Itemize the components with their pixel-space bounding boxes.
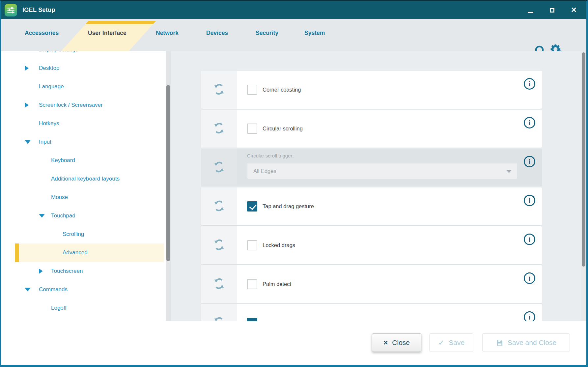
navigation-sidebar: Display settings Desktop Language Screen… xyxy=(1,51,171,321)
sidebar-item-display-settings[interactable]: Display settings xyxy=(15,51,164,59)
tab-security[interactable]: Security xyxy=(256,19,278,47)
sidebar-item-label: Touchpad xyxy=(51,212,75,219)
check-icon: ✓ xyxy=(438,339,444,347)
save-button: ✓ Save xyxy=(429,333,473,352)
sidebar-item-screenlock-screensaver[interactable]: Screenlock / Screensaver xyxy=(15,96,164,114)
sidebar-item-language[interactable]: Language xyxy=(15,77,164,96)
sidebar-item-commands[interactable]: Commands xyxy=(15,280,164,299)
caret-down-icon xyxy=(506,170,512,173)
setting-label: Tap and drag gesture xyxy=(263,203,314,210)
sidebar-item-desktop[interactable]: Desktop xyxy=(15,59,164,77)
tab-label: Devices xyxy=(206,30,228,37)
sidebar-item-label: Touchscreen xyxy=(51,268,83,274)
reset-icon[interactable] xyxy=(213,239,225,252)
reset-strip xyxy=(201,226,237,264)
close-button[interactable]: × Close xyxy=(372,333,421,352)
reset-strip xyxy=(201,187,237,225)
caret-down-icon[interactable] xyxy=(39,214,45,218)
caret-right-icon[interactable] xyxy=(25,66,29,71)
sidebar-item-label: Keyboard xyxy=(51,157,75,164)
setting-row-circular-scrolling: Circular scrolling i xyxy=(201,110,542,148)
save-and-close-button: Save and Close xyxy=(482,333,570,352)
reset-icon[interactable] xyxy=(213,277,225,291)
tab-label: Accessories xyxy=(25,30,59,37)
reset-strip xyxy=(201,71,237,109)
sidebar-scrollbar-thumb[interactable] xyxy=(166,85,170,261)
tab-accessories[interactable]: Accessories xyxy=(25,19,59,47)
sidebar-item-label: Display settings xyxy=(39,51,78,53)
igel-logo-icon xyxy=(5,4,17,16)
setting-checkbox[interactable] xyxy=(247,279,257,289)
reset-icon[interactable] xyxy=(213,161,225,175)
info-icon[interactable]: i xyxy=(524,234,535,245)
sidebar-item-hotkeys[interactable]: Hotkeys xyxy=(15,114,164,133)
tab-label: Security xyxy=(256,30,278,37)
floppy-icon xyxy=(496,339,503,347)
sidebar-item-label: Additional keyboard layouts xyxy=(51,176,120,182)
setting-row-tap-and-drag-gesture: Tap and drag gesture i xyxy=(201,187,542,225)
maximize-button[interactable] xyxy=(548,6,556,15)
sidebar-scrollbar[interactable] xyxy=(166,51,171,321)
info-icon[interactable]: i xyxy=(524,78,535,90)
sidebar-item-label: Scrolling xyxy=(63,231,84,238)
content-scrollbar-thumb[interactable] xyxy=(582,52,585,267)
info-icon[interactable]: i xyxy=(524,156,535,167)
minimize-icon xyxy=(528,12,533,13)
reset-strip xyxy=(201,265,237,303)
sidebar-item-touchpad[interactable]: Touchpad xyxy=(15,207,164,225)
setting-row-corner-coasting: Corner coasting i xyxy=(201,71,542,109)
sidebar-item-mouse[interactable]: Mouse xyxy=(15,188,164,207)
sidebar-item-input[interactable]: Input xyxy=(15,133,164,151)
window-title: IGEL Setup xyxy=(22,7,55,14)
reset-icon[interactable] xyxy=(213,122,225,136)
caret-down-icon[interactable] xyxy=(25,140,31,144)
info-icon[interactable]: i xyxy=(524,272,535,284)
sidebar-item-advanced[interactable]: Advanced xyxy=(15,243,164,262)
setting-row-clipped: i xyxy=(201,304,542,321)
sidebar-item-label: Desktop xyxy=(39,65,59,71)
setting-checkbox[interactable] xyxy=(247,85,257,95)
caret-right-icon[interactable] xyxy=(25,102,29,108)
sidebar-item-label: Language xyxy=(39,83,64,90)
setting-row-circular-scroll-trigger: Circular scroll trigger: All Edges i xyxy=(201,149,542,186)
reset-icon[interactable] xyxy=(213,83,225,97)
sidebar-item-touchscreen[interactable]: Touchscreen xyxy=(15,262,164,280)
close-x-icon: × xyxy=(383,339,388,347)
save-button-label: Save xyxy=(449,339,464,347)
setting-checkbox[interactable] xyxy=(247,318,257,321)
tab-label: Network xyxy=(156,30,179,37)
info-icon[interactable]: i xyxy=(524,117,535,128)
close-window-button[interactable]: × xyxy=(570,6,578,15)
setting-checkbox[interactable] xyxy=(247,124,257,134)
reset-icon[interactable] xyxy=(213,200,225,213)
tab-label: System xyxy=(304,30,325,37)
reset-icon[interactable] xyxy=(213,316,225,322)
sidebar-item-additional-keyboard-layouts[interactable]: Additional keyboard layouts xyxy=(15,170,164,188)
setting-body: Circular scroll trigger: All Edges i xyxy=(237,149,542,186)
tab-user-interface[interactable]: User Interface xyxy=(88,19,126,47)
content-scrollbar[interactable] xyxy=(581,51,586,321)
select-dropdown: All Edges xyxy=(247,163,517,179)
close-button-label: Close xyxy=(392,339,410,347)
sidebar-item-scrolling[interactable]: Scrolling xyxy=(15,225,164,243)
caret-right-icon[interactable] xyxy=(39,268,43,274)
reset-strip xyxy=(201,304,237,321)
caret-down-icon[interactable] xyxy=(25,288,31,292)
tab-system[interactable]: System xyxy=(304,19,325,47)
sidebar-item-keyboard[interactable]: Keyboard xyxy=(15,151,164,170)
tab-network[interactable]: Network xyxy=(156,19,179,47)
footer-bar: × Close ✓ Save Save and Close xyxy=(1,321,586,365)
sidebar-item-label: Mouse xyxy=(51,194,68,201)
minimize-button[interactable] xyxy=(526,6,534,15)
info-icon[interactable]: i xyxy=(524,311,535,321)
sidebar-item-label: Input xyxy=(39,139,51,145)
setting-checkbox[interactable] xyxy=(247,201,257,212)
tab-devices[interactable]: Devices xyxy=(206,19,228,47)
sidebar-item-logoff[interactable]: Logoff xyxy=(15,299,164,317)
setting-label: Circular scrolling xyxy=(263,126,303,132)
setting-body: i xyxy=(237,304,542,321)
tab-bar: Accessories User Interface Network Devic… xyxy=(1,19,586,51)
info-icon[interactable]: i xyxy=(524,195,535,206)
setting-checkbox[interactable] xyxy=(247,240,257,250)
reset-strip xyxy=(201,110,237,148)
